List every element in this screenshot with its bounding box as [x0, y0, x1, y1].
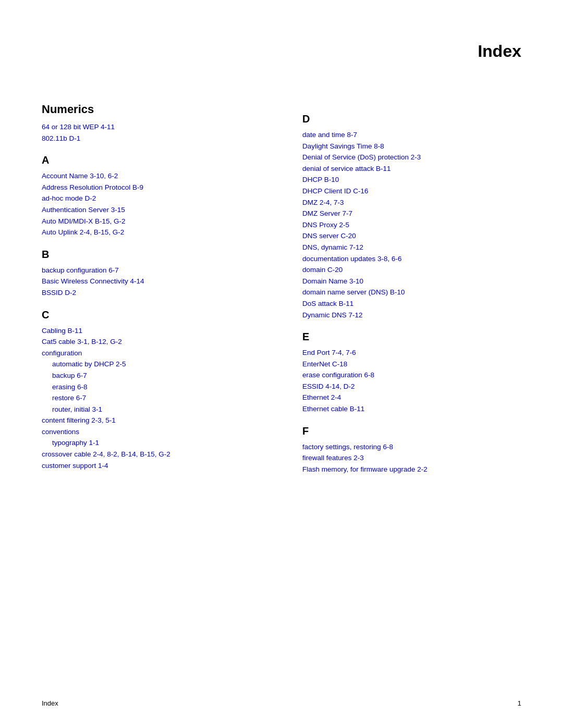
index-entry: backup 6-7: [42, 370, 261, 381]
index-entry: Denial of Service (DoS) protection 2-3: [302, 152, 521, 163]
letter-heading: D: [302, 113, 521, 125]
index-entry: denial of service attack B-11: [302, 163, 521, 175]
index-entry: Auto MDI/MDI-X B-15, G-2: [42, 216, 261, 227]
column-right: Ddate and time 8-7Daylight Savings Time …: [292, 103, 521, 483]
index-entry: erase configuration 6-8: [302, 369, 521, 381]
index-entry: documentation updates 3-8, 6-6: [302, 253, 521, 265]
index-entry: restore 6-7: [42, 392, 261, 404]
footer-left: Index: [42, 699, 58, 707]
index-section: Bbackup configuration 6-7Basic Wireless …: [42, 249, 261, 299]
index-entry: conventions: [42, 426, 261, 438]
index-entry: domain C-20: [302, 264, 521, 276]
letter-heading: C: [42, 309, 261, 321]
index-entry: Address Resolution Protocol B-9: [42, 182, 261, 193]
column-left: Numerics64 or 128 bit WEP 4-11802.11b D-…: [42, 103, 271, 483]
index-entry: automatic by DHCP 2-5: [42, 359, 261, 370]
index-entry: Basic Wireless Connectivity 4-14: [42, 276, 261, 287]
index-entry: Cabling B-11: [42, 325, 261, 337]
index-entry: content filtering 2-3, 5-1: [42, 415, 261, 426]
footer-right: 1: [518, 699, 521, 707]
index-entry: factory settings, restoring 6-8: [302, 441, 521, 453]
index-entry: DNS server C-20: [302, 230, 521, 242]
index-entry: DoS attack B-11: [302, 298, 521, 310]
index-section: EEnd Port 7-4, 7-6EnterNet C-18erase con…: [302, 331, 521, 415]
index-entry: ESSID 4-14, D-2: [302, 381, 521, 392]
index-entry: BSSID D-2: [42, 287, 261, 299]
footer: Index 1: [42, 699, 521, 707]
index-entry: firewall features 2-3: [302, 452, 521, 464]
index-entry: DMZ Server 7-7: [302, 208, 521, 219]
index-entry: DNS, dynamic 7-12: [302, 242, 521, 253]
index-entry: erasing 6-8: [42, 381, 261, 393]
page-title: Index: [42, 42, 521, 61]
index-entry: ad-hoc mode D-2: [42, 193, 261, 204]
letter-heading: E: [302, 331, 521, 343]
index-section: Ddate and time 8-7Daylight Savings Time …: [302, 113, 521, 320]
index-entry: Ethernet cable B-11: [302, 403, 521, 415]
index-entry: 802.11b D-1: [42, 133, 261, 144]
index-entry: Account Name 3-10, 6-2: [42, 170, 261, 182]
index-section: Numerics64 or 128 bit WEP 4-11802.11b D-…: [42, 103, 261, 144]
index-entry: crossover cable 2-4, 8-2, B-14, B-15, G-…: [42, 449, 261, 460]
index-entry: date and time 8-7: [302, 129, 521, 141]
index-entry: DMZ 2-4, 7-3: [302, 197, 521, 208]
index-entry: Flash memory, for firmware upgrade 2-2: [302, 464, 521, 475]
index-entry: Auto Uplink 2-4, B-15, G-2: [42, 227, 261, 238]
index-entry: 64 or 128 bit WEP 4-11: [42, 121, 261, 133]
index-entry: Daylight Savings Time 8-8: [302, 141, 521, 152]
index-entry: End Port 7-4, 7-6: [302, 347, 521, 359]
index-entry: Cat5 cable 3-1, B-12, G-2: [42, 336, 261, 348]
index-section: AAccount Name 3-10, 6-2Address Resolutio…: [42, 154, 261, 238]
index-entry: Authentication Server 3-15: [42, 204, 261, 216]
index-entry: domain name server (DNS) B-10: [302, 287, 521, 298]
letter-heading: F: [302, 425, 521, 437]
index-entry: DHCP B-10: [302, 174, 521, 186]
index-entry: router, initial 3-1: [42, 404, 261, 415]
index-entry: Domain Name 3-10: [302, 276, 521, 287]
index-entry: EnterNet C-18: [302, 359, 521, 370]
index-entry: DNS Proxy 2-5: [302, 219, 521, 231]
letter-heading: A: [42, 154, 261, 166]
index-entry: DHCP Client ID C-16: [302, 186, 521, 197]
index-entry: Dynamic DNS 7-12: [302, 310, 521, 321]
page: Index Numerics64 or 128 bit WEP 4-11802.…: [0, 0, 563, 728]
content-columns: Numerics64 or 128 bit WEP 4-11802.11b D-…: [42, 103, 521, 483]
index-entry: typography 1-1: [42, 437, 261, 449]
index-entry: backup configuration 6-7: [42, 265, 261, 276]
index-section: CCabling B-11Cat5 cable 3-1, B-12, G-2co…: [42, 309, 261, 472]
index-entry: Ethernet 2-4: [302, 392, 521, 403]
index-entry: customer support 1-4: [42, 460, 261, 472]
letter-heading: B: [42, 249, 261, 261]
index-entry: configuration: [42, 348, 261, 359]
index-section: Ffactory settings, restoring 6-8firewall…: [302, 425, 521, 475]
section-heading: Numerics: [42, 103, 261, 116]
